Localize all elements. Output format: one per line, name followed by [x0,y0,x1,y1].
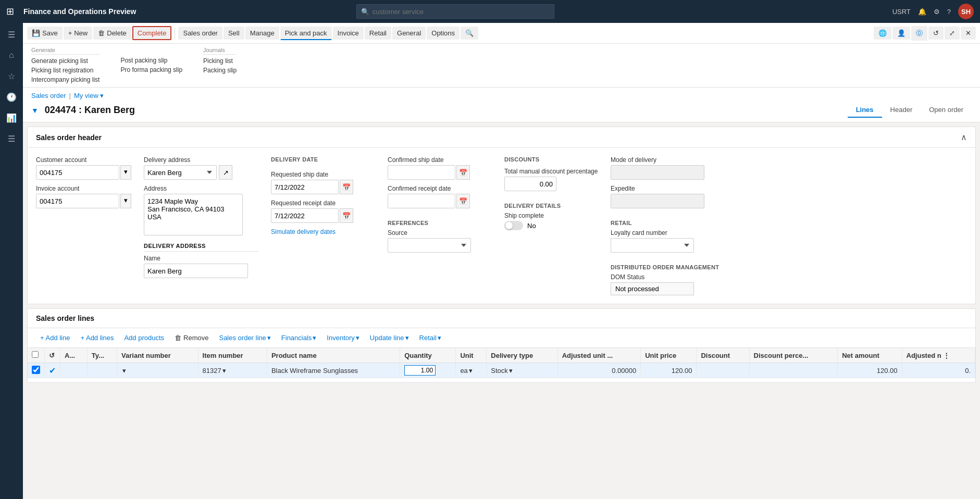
invoice-account-dropdown-icon[interactable]: ▾ [120,194,131,208]
requested-ship-date-input[interactable] [271,180,339,194]
picking-list-journal-link[interactable]: Picking list [203,57,237,65]
tab-open-order[interactable]: Open order [921,103,972,118]
sales-order-lines-title-row[interactable]: Sales order lines [28,309,975,328]
general-button[interactable]: General [392,27,426,40]
simulate-delivery-dates-link[interactable]: Simulate delivery dates [271,228,375,235]
update-line-dropdown[interactable]: Update line ▾ [366,332,413,343]
receipt-date-calendar-icon[interactable]: 📅 [340,208,353,223]
confirmed-ship-date-input[interactable] [388,165,455,180]
ribbon-person-icon[interactable]: 👤 [892,27,910,40]
date-wrap-confirmed-receipt: 📅 [388,194,492,208]
ship-complete-toggle[interactable] [504,221,523,230]
sales-order-header-title-row[interactable]: Sales order header ∧ [28,127,975,148]
retail-dropdown[interactable]: Retail ▾ [415,332,445,343]
variant-dropdown-icon[interactable]: ▾ [122,367,126,375]
search-ribbon-button[interactable]: 🔍 [461,27,478,40]
invoice-button[interactable]: Invoice [333,27,364,40]
expedite-input[interactable] [611,194,704,208]
name-input[interactable] [144,264,248,278]
ribbon-badge-icon[interactable]: ⓪ [911,26,927,41]
sidebar-chart-icon[interactable]: 📊 [2,108,21,127]
financials-dropdown[interactable]: Financials ▾ [277,332,321,343]
ribbon-group-generate: Generate Generate picking list Picking l… [31,47,100,84]
row-check-cell: ✔ [45,363,60,378]
quantity-input[interactable] [404,365,436,376]
row-unit-cell[interactable]: ea ▾ [456,363,487,378]
avatar[interactable]: SH [958,4,974,19]
ribbon-expand-icon[interactable]: ⤢ [945,27,960,40]
unit-dropdown-icon[interactable]: ▾ [469,367,473,375]
pick-and-pack-button[interactable]: Pick and pack [280,27,332,40]
row-variant-number-cell[interactable]: ▾ [117,363,199,378]
invoice-account-input[interactable] [36,194,119,208]
delete-button[interactable]: 🗑 Delete [93,27,131,40]
save-button[interactable]: 💾 Save [27,27,63,40]
add-line-button[interactable]: + Add line [36,332,74,343]
sidebar-home-icon[interactable]: ⌂ [2,46,21,65]
row-item-number-cell[interactable]: 81327 ▾ [198,363,267,378]
row-checkbox-cell[interactable] [28,363,45,378]
picking-list-registration-link[interactable]: Picking list registration [31,66,100,74]
section-collapse-icon[interactable]: ∧ [961,132,967,142]
row-checkbox[interactable] [32,366,40,374]
total-manual-discount-input[interactable] [504,177,556,191]
add-products-button[interactable]: Add products [120,332,168,343]
retail-button[interactable]: Retail [365,27,391,40]
select-all-checkbox[interactable] [32,351,39,358]
customer-account-input[interactable] [36,165,119,180]
add-lines-button[interactable]: + Add lines [76,332,118,343]
confirmed-receipt-date-input[interactable] [388,194,455,208]
sidebar-star-icon[interactable]: ☆ [2,67,21,85]
post-packing-slip-link[interactable]: Post packing slip [120,56,182,65]
confirmed-ship-calendar-icon[interactable]: 📅 [456,165,470,180]
source-select[interactable] [388,238,471,253]
delivery-address-select[interactable]: Karen Berg [144,165,217,180]
label-confirmed-ship-date: Confirmed ship date [388,156,492,164]
notification-icon[interactable]: 🔔 [918,8,926,16]
section-body-header: Customer account ▾ Invoice account [28,148,975,304]
remove-button[interactable]: 🗑 Remove [170,332,213,343]
sales-order-line-dropdown[interactable]: Sales order line ▾ [215,332,275,343]
pro-forma-packing-slip-link[interactable]: Pro forma packing slip [120,66,182,74]
ship-date-calendar-icon[interactable]: 📅 [340,180,353,194]
help-icon[interactable]: ? [947,8,951,16]
packing-slip-journal-link[interactable]: Packing slip [203,66,237,74]
settings-icon[interactable]: ⚙ [934,8,940,16]
item-dropdown-icon[interactable]: ▾ [222,367,226,375]
row-delivery-type-cell[interactable]: Stock ▾ [487,363,557,378]
sidebar-list-icon[interactable]: ☰ [2,129,21,148]
ribbon-globe-icon[interactable]: 🌐 [874,27,891,40]
breadcrumb-sales-order[interactable]: Sales order [31,92,66,99]
inventory-dropdown[interactable]: Inventory ▾ [322,332,363,343]
new-button[interactable]: + New [64,27,93,40]
intercompany-picking-list-link[interactable]: Intercompany picking list [31,76,100,84]
requested-receipt-date-input[interactable] [271,208,339,223]
table-row[interactable]: ✔ ▾ [28,363,975,378]
filter-icon[interactable]: ▼ [31,106,39,115]
loyalty-card-select[interactable] [611,238,694,253]
sales-order-button[interactable]: Sales order [178,27,222,40]
tab-header[interactable]: Header [882,103,921,118]
delivery-address-edit-icon[interactable]: ↗ [219,165,232,180]
app-grid-button[interactable]: ⊞ [6,6,14,17]
customer-account-dropdown-icon[interactable]: ▾ [120,165,131,180]
row-quantity-cell[interactable] [400,363,456,378]
address-textarea[interactable]: 1234 Maple Way San Francisco, CA 94103 U… [144,194,243,235]
ribbon-close-icon[interactable]: ✕ [961,27,976,40]
search-bar[interactable]: 🔍 [356,4,554,19]
generate-picking-list-link[interactable]: Generate picking list [31,57,100,65]
mode-of-delivery-input[interactable] [611,165,704,180]
search-input[interactable] [373,8,550,16]
manage-button[interactable]: Manage [245,27,279,40]
confirmed-receipt-calendar-icon[interactable]: 📅 [456,194,470,208]
complete-button[interactable]: Complete [132,26,172,40]
ribbon: 💾 Save + New 🗑 Delete Complete Sales ord… [23,23,980,88]
sidebar-menu-icon[interactable]: ☰ [2,25,21,44]
breadcrumb-view[interactable]: My view ▾ [74,92,104,99]
delivery-type-dropdown-icon[interactable]: ▾ [509,367,513,375]
ribbon-refresh-icon[interactable]: ↺ [928,27,944,40]
tab-lines[interactable]: Lines [848,103,882,118]
sidebar-clock-icon[interactable]: 🕐 [2,88,21,106]
options-button[interactable]: Options [427,27,460,40]
sell-button[interactable]: Sell [224,27,244,40]
